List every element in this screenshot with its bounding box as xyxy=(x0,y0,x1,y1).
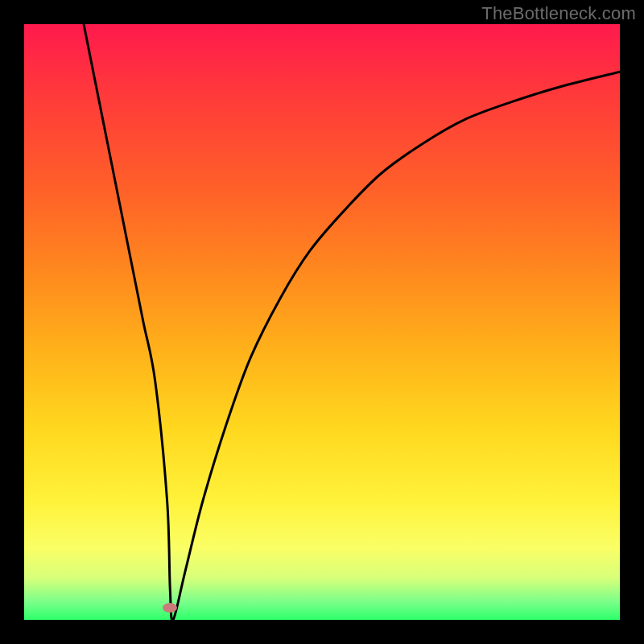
bottleneck-curve xyxy=(84,24,620,620)
min-marker xyxy=(163,603,177,613)
curve-svg xyxy=(24,24,620,620)
plot-area xyxy=(24,24,620,620)
attribution-text: TheBottleneck.com xyxy=(481,3,636,24)
chart-frame: TheBottleneck.com xyxy=(0,0,644,644)
